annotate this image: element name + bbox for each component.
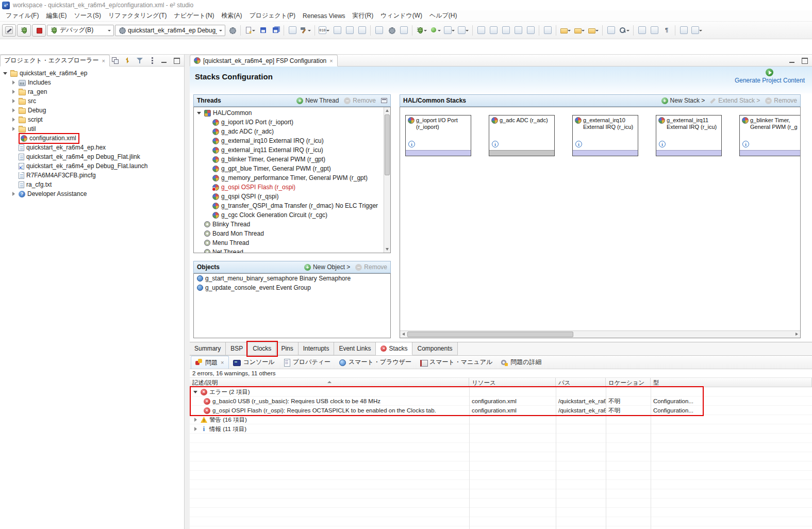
thread-item-menu-thread[interactable]: Menu Thread bbox=[194, 238, 390, 247]
expand-arrow-icon[interactable] bbox=[10, 98, 16, 104]
page-tab-pins[interactable]: Pins bbox=[276, 342, 298, 355]
minimize-icon[interactable] bbox=[788, 56, 797, 64]
maximize-icon[interactable] bbox=[801, 56, 809, 64]
toolbar-debug-button[interactable] bbox=[415, 24, 428, 37]
toolbar-tracex-button[interactable] bbox=[500, 24, 511, 37]
problem-group-16[interactable]: !警告 (16 項目) bbox=[190, 415, 812, 424]
problem-row-g-basic0-usb-r-usb-basic-requires-usb-clock-[interactable]: ×g_basic0 USB (r_usb_basic): Requires US… bbox=[190, 396, 812, 406]
vertical-scrollbar[interactable] bbox=[384, 107, 390, 253]
toolbar-performance-analysis-button[interactable] bbox=[457, 24, 470, 37]
thread-item-g-transfer-qspi-dma-transfer-r-dmac-no-elc-t[interactable]: g_transfer_QSPI_dma Transfer (r_dmac) No… bbox=[194, 201, 390, 210]
stack-card-g-external-irq10-external-irq-r-icu[interactable]: g_external_irq10 External IRQ (r_icu)i bbox=[572, 115, 638, 156]
tab-fsp-configuration[interactable]: [quickstart_ek_ra6m4_ep] FSP Configurati… bbox=[190, 55, 338, 67]
stack-card-g-external-irq11-external-irq-r-icu[interactable]: g_external_irq11 External IRQ (r_icu)i bbox=[656, 115, 722, 156]
remove-thread-button[interactable]: − Remove bbox=[344, 97, 376, 104]
collapse-arrow-icon[interactable] bbox=[2, 70, 8, 76]
toolbar-save-button[interactable] bbox=[257, 24, 269, 37]
expand-arrow-icon[interactable] bbox=[10, 191, 16, 197]
new-stack-button[interactable]: + New Stack > bbox=[661, 97, 705, 104]
expand-arrow-icon[interactable] bbox=[10, 89, 16, 95]
collapse-arrow-icon[interactable] bbox=[196, 110, 202, 116]
stack-card-g-blinker-timer-general-pwm-r-g[interactable]: g_blinker Timer, General PWM (r_gi bbox=[739, 115, 801, 156]
toolbar-terminal-button[interactable] bbox=[636, 24, 648, 37]
scroll-left-icon[interactable] bbox=[400, 331, 407, 338]
page-tab-event-links[interactable]: Event Links bbox=[334, 342, 376, 355]
page-tab-bsp[interactable]: BSP bbox=[226, 342, 248, 355]
explorer-item-includes[interactable]: Includes bbox=[0, 78, 184, 87]
explorer-item-quickstart-ek-ra6m4-ep-debug-flat-jlink[interactable]: quickstart_ek_ra6m4_ep Debug_Flat.jlink bbox=[0, 152, 184, 161]
filter-icon[interactable] bbox=[136, 56, 144, 64]
expand-arrow-icon[interactable] bbox=[192, 426, 198, 432]
menu-item-e[interactable]: 編集(E) bbox=[42, 10, 70, 21]
page-tab-components[interactable]: Components bbox=[412, 342, 457, 355]
view-tab-item[interactable]: 問題の詳細 bbox=[496, 356, 545, 369]
stack-card-g-ioport-i-o-port-r-ioport[interactable]: g_ioport I/O Port (r_ioport)i bbox=[405, 115, 471, 156]
column-header-item[interactable]: ロケーション bbox=[606, 378, 651, 387]
toolbar-show-whitespace-button[interactable]: ¶ bbox=[661, 24, 672, 37]
debug-launch-button[interactable] bbox=[17, 24, 31, 37]
thread-item-g-memory-performance-timer-general-pwm-r-gpt[interactable]: g_memory_performance Timer, General PWM … bbox=[194, 173, 390, 183]
explorer-item-src[interactable]: src bbox=[0, 96, 184, 106]
expand-arrow-icon[interactable] bbox=[10, 126, 16, 132]
toolbar-new-project-button[interactable] bbox=[573, 24, 586, 37]
expand-arrow-icon[interactable] bbox=[10, 107, 16, 113]
explorer-item-ra-gen[interactable]: ra_gen bbox=[0, 87, 184, 96]
toolbar-open-element-button[interactable] bbox=[605, 24, 617, 37]
menu-item-n[interactable]: ナビゲート(N) bbox=[171, 10, 218, 21]
launch-config-combo[interactable]: quickstart_ek_ra6m4_ep Debug_Fla bbox=[115, 25, 225, 36]
view-tab-item[interactable]: コンソール bbox=[229, 356, 278, 369]
toolbar-io-simulator-button[interactable] bbox=[443, 24, 456, 37]
tab-project-explorer[interactable]: プロジェクト・エクスプローラー × bbox=[0, 55, 110, 67]
toolbar-brush-button[interactable] bbox=[542, 24, 553, 37]
thread-item-g-cgc-clock-generation-circuit-r-cgc[interactable]: g_cgc Clock Generation Circuit (r_cgc) bbox=[194, 210, 390, 220]
thread-item-hal-common[interactable]: HAL/Common bbox=[194, 108, 390, 118]
toolbar-save-all-button[interactable] bbox=[270, 24, 281, 37]
toolbar-outline-menu-button[interactable] bbox=[690, 24, 703, 37]
sash-splitter[interactable] bbox=[185, 55, 190, 529]
toolbar-new-c-project-button[interactable] bbox=[559, 24, 572, 37]
menu-item-r[interactable]: 実行(R) bbox=[349, 10, 377, 21]
toolbar-search-button[interactable] bbox=[618, 24, 631, 37]
menu-item-h[interactable]: ヘルプ(H) bbox=[426, 10, 461, 21]
problem-row-g-ospi-ospi-flash-r-ospi-requires-octaspiclk[interactable]: ×g_ospi OSPI Flash (r_ospi): Requires OC… bbox=[190, 406, 812, 415]
toolbar-symbol-search-button[interactable] bbox=[356, 24, 368, 37]
toolbar-settings-gear-button[interactable] bbox=[386, 24, 397, 37]
toolbar-realtime-chart-button[interactable] bbox=[512, 24, 524, 37]
explorer-item-ra-cfg-txt[interactable]: ra_cfg.txt bbox=[0, 180, 184, 189]
explorer-item-util[interactable]: util bbox=[0, 124, 184, 134]
toolbar-optimization-assistant-button[interactable] bbox=[373, 24, 385, 37]
view-menu-icon[interactable] bbox=[148, 56, 156, 64]
toolbar-pin-editor-button[interactable] bbox=[649, 24, 660, 37]
column-header-item[interactable]: パス bbox=[556, 378, 606, 387]
thread-item-g-external-irq10-external-irq-r-icu[interactable]: g_external_irq10 External IRQ (r_icu) bbox=[194, 136, 390, 145]
problem-group-11[interactable]: i情報 (11 項目) bbox=[190, 424, 812, 434]
info-icon[interactable]: i bbox=[742, 141, 749, 147]
thread-item-g-ioport-i-o-port-r-ioport[interactable]: g_ioport I/O Port (r_ioport) bbox=[194, 118, 390, 127]
thread-item-g-adc-adc-r-adc[interactable]: g_adc ADC (r_adc) bbox=[194, 127, 390, 136]
scrollbar-thumb[interactable] bbox=[407, 332, 573, 337]
scroll-up-icon[interactable] bbox=[384, 107, 390, 114]
toolbar-build-button[interactable] bbox=[299, 24, 312, 37]
object-item-g-update-console-event-event-group[interactable]: g_update_console_event Event Group bbox=[194, 283, 390, 292]
menu-item-w[interactable]: ウィンドウ(W) bbox=[377, 10, 426, 21]
terminate-button[interactable] bbox=[32, 24, 46, 37]
collapse-section-icon[interactable] bbox=[381, 98, 387, 103]
page-tab-stacks[interactable]: ×Stacks bbox=[376, 342, 412, 355]
remove-object-button[interactable]: − Remove bbox=[355, 263, 387, 271]
maximize-icon[interactable] bbox=[173, 56, 181, 64]
generate-project-content-button[interactable]: Generate Project Content bbox=[735, 69, 805, 84]
thread-item-g-qspi-qspi-r-qspi[interactable]: g_qspi QSPI (r_qspi) bbox=[194, 192, 390, 201]
view-tab-item[interactable]: スマート・マニュアル bbox=[416, 356, 496, 369]
toolbar-coverage-button[interactable] bbox=[429, 24, 442, 37]
menu-item-f[interactable]: ファイル(F) bbox=[2, 10, 42, 21]
link-with-editor-icon[interactable] bbox=[123, 56, 131, 64]
toolbar-binary-utilities-button[interactable]: 010 bbox=[318, 24, 330, 37]
collapse-arrow-icon[interactable] bbox=[192, 389, 198, 395]
toolbar-visual-expression-button[interactable] bbox=[488, 24, 499, 37]
toolbar-ram-monitor-button[interactable] bbox=[344, 24, 355, 37]
thread-item-g-external-irq11-external-irq-r-icu[interactable]: g_external_irq11 External IRQ (r_icu) bbox=[194, 145, 390, 155]
toolbar-open-wizard-button[interactable] bbox=[587, 24, 600, 37]
scrollbar-thumb[interactable] bbox=[385, 114, 390, 175]
explorer-item-script[interactable]: script bbox=[0, 115, 184, 124]
toolbar-new-wizard-button[interactable] bbox=[243, 24, 256, 37]
